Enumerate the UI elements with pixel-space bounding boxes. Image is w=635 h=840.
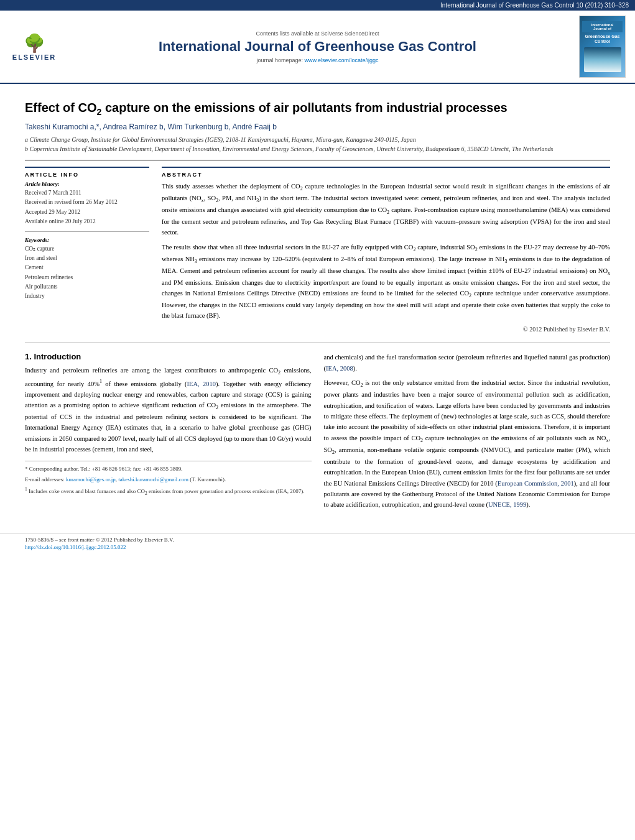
article-title-section: Effect of CO2 capture on the emissions o… <box>25 90 610 160</box>
cover-title-text: Greenhouse Gas Control <box>582 34 623 45</box>
authors-line: Takeshi Kuramochi a,*, Andrea Ramírez b,… <box>25 122 610 131</box>
available-date: Available online 20 July 2012 <box>25 217 149 226</box>
affiliations: a Climate Change Group, Institute for Gl… <box>25 135 610 154</box>
email-link-2[interactable]: takeshi.kuramochi@gmail.com <box>118 476 188 482</box>
journal-title-area: Contents lists available at SciVerse Sci… <box>62 30 573 63</box>
main-content: Effect of CO2 capture on the emissions o… <box>0 84 635 520</box>
introduction-para-3: However, CO2 is not the only substance e… <box>324 377 611 510</box>
footnote-corresponding: * Corresponding author. Tel.: +81 46 826… <box>25 465 312 474</box>
keywords-label: Keywords: <box>25 237 149 243</box>
affiliation-b: b Copernicus Institute of Sustainable De… <box>25 144 610 154</box>
keyword-3: Cement <box>25 263 149 272</box>
journal-header: 🌳 ELSEVIER Contents lists available at S… <box>0 11 635 84</box>
sciverse-link: Contents lists available at SciVerse Sci… <box>62 30 573 37</box>
introduction-para-1: Industry and petroleum refineries are am… <box>25 365 312 455</box>
abstract-column: ABSTRACT This study assesses whether the… <box>162 167 610 333</box>
abstract-heading: ABSTRACT <box>162 172 610 178</box>
doi-link[interactable]: http://dx.doi.org/10.1016/j.ijggc.2012.0… <box>25 544 126 550</box>
email-link-1[interactable]: kuramochi@iges.or.jp <box>66 476 116 482</box>
abstract-paragraph-1: This study assesses whether the deployme… <box>162 182 610 238</box>
article-title: Effect of CO2 capture on the emissions o… <box>25 99 610 118</box>
received-date: Received 7 March 2011 <box>25 188 149 198</box>
ref-iea-2010[interactable]: IEA, 2010 <box>187 380 216 387</box>
elsevier-logo: 🌳 ELSEVIER <box>6 33 62 61</box>
ref-iea-2008[interactable]: IEA, 2008 <box>326 365 353 372</box>
footnote-1: 1 Includes coke ovens and blast furnaces… <box>25 486 312 497</box>
article-info-heading: ARTICLE INFO <box>25 172 149 178</box>
revised-date: Received in revised form 26 May 2012 <box>25 198 149 207</box>
cover-thumbnail: International Journal of Greenhouse Gas … <box>579 16 626 78</box>
keyword-5: Air pollutants <box>25 282 149 292</box>
keyword-6: Industry <box>25 292 149 301</box>
introduction-heading: 1. Introduction <box>25 352 312 361</box>
keyword-4: Petroleum refineries <box>25 273 149 282</box>
abstract-paragraph-2: The results show that when all three ind… <box>162 242 610 321</box>
keyword-1: CO₂ capture <box>25 244 149 254</box>
footer-issn: 1750-5836/$ – see front matter © 2012 Pu… <box>25 537 610 543</box>
ref-unece[interactable]: UNECE, 1999 <box>488 501 526 508</box>
journal-homepage-link[interactable]: www.elsevier.com/locate/ijggc <box>305 57 379 63</box>
keyword-2: Iron and steel <box>25 254 149 263</box>
journal-citation-text: International Journal of Greenhouse Gas … <box>440 2 629 9</box>
journal-citation-bar: International Journal of Greenhouse Gas … <box>0 0 635 11</box>
footnotes-area: * Corresponding author. Tel.: +81 46 826… <box>25 461 312 497</box>
introduction-col-left: 1. Introduction Industry and petroleum r… <box>25 352 312 514</box>
accepted-date: Accepted 29 May 2012 <box>25 208 149 217</box>
copyright-text: © 2012 Published by Elsevier B.V. <box>162 326 610 333</box>
introduction-col-right: and chemicals) and the fuel transformati… <box>324 352 611 514</box>
journal-main-title: International Journal of Greenhouse Gas … <box>62 39 573 55</box>
page-footer: 1750-5836/$ – see front matter © 2012 Pu… <box>0 533 635 558</box>
elsevier-tree-icon: 🌳 <box>24 33 45 53</box>
ref-ec-2001[interactable]: European Commission, 2001 <box>498 480 574 487</box>
elsevier-wordmark: ELSEVIER <box>12 53 56 61</box>
article-info-column: ARTICLE INFO Article history: Received 7… <box>25 167 149 333</box>
journal-cover-image: International Journal of Greenhouse Gas … <box>579 16 629 78</box>
footnote-email: E-mail addresses: kuramochi@iges.or.jp, … <box>25 476 312 484</box>
introduction-columns: 1. Introduction Industry and petroleum r… <box>25 352 610 514</box>
article-meta-area: ARTICLE INFO Article history: Received 7… <box>25 167 610 333</box>
introduction-section: 1. Introduction Industry and petroleum r… <box>25 342 610 514</box>
affiliation-a: a Climate Change Group, Institute for Gl… <box>25 135 610 144</box>
journal-homepage: journal homepage: www.elsevier.com/locat… <box>62 57 573 63</box>
article-info-box: ARTICLE INFO Article history: Received 7… <box>25 167 149 301</box>
footer-doi: http://dx.doi.org/10.1016/j.ijggc.2012.0… <box>25 544 610 550</box>
history-label: Article history: <box>25 181 149 187</box>
abstract-section: ABSTRACT This study assesses whether the… <box>162 167 610 333</box>
introduction-para-2: and chemicals) and the fuel transformati… <box>324 352 611 374</box>
